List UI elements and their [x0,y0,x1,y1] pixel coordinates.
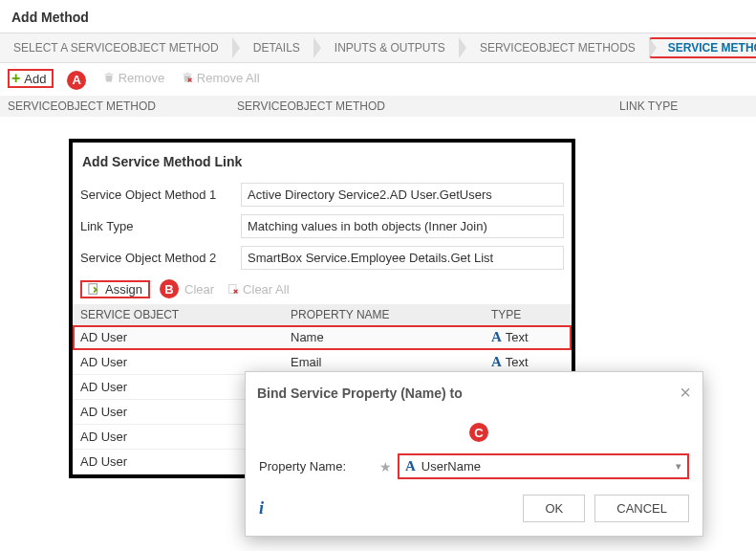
col-so-method-2: SERVICEOBJECT METHOD [237,99,619,113]
toolbar: + Add A Remove Remove All [0,63,756,96]
col-so-method-1: SERVICEOBJECT METHOD [8,99,237,113]
add-button-label: Add [24,72,46,86]
trash-x-icon [182,72,193,83]
add-button[interactable]: + Add [8,69,54,88]
wizard-steps: SELECT A SERVICEOBJECT METHOD DETAILS IN… [0,33,756,63]
column-headers: SERVICEOBJECT METHOD SERVICEOBJECT METHO… [0,96,756,117]
badge-a: A [67,71,86,90]
step-select-method[interactable]: SELECT A SERVICEOBJECT METHOD [0,37,232,58]
step-so-methods[interactable]: SERVICEOBJECT METHODS [459,37,649,58]
col-link-type: LINK TYPE [619,99,748,113]
remove-button: Remove [103,71,164,85]
remove-all-button: Remove All [182,71,260,85]
step-service-method-links[interactable]: SERVICE METHOD LINKS [649,37,756,58]
step-inputs-outputs[interactable]: INPUTS & OUTPUTS [313,37,459,58]
trash-icon [103,72,115,83]
page-title: Add Method [0,0,756,33]
step-details[interactable]: DETAILS [232,37,313,58]
plus-icon: + [11,71,20,86]
